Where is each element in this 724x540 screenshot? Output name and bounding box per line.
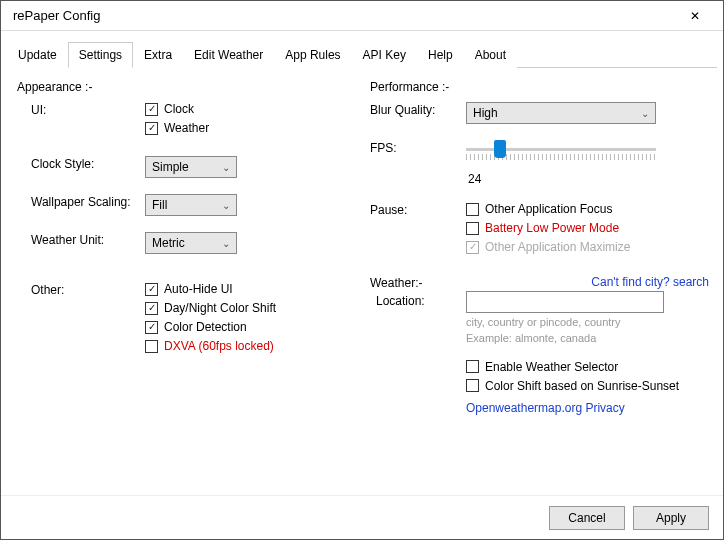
color-detection-checkbox[interactable]: Color Detection [145, 320, 360, 334]
weather-unit-value: Metric [152, 236, 185, 250]
tab-settings[interactable]: Settings [68, 42, 133, 68]
pause-battery-checkbox[interactable]: Battery Low Power Mode [466, 221, 713, 235]
performance-column: Performance :- Blur Quality: High ⌄ FPS: [370, 80, 713, 485]
pause-maximize-label: Other Application Maximize [485, 240, 630, 254]
checkbox-icon [145, 340, 158, 353]
wallpaper-scaling-value: Fill [152, 198, 167, 212]
dxva-checkbox[interactable]: DXVA (60fps locked) [145, 339, 360, 353]
checkbox-icon [466, 203, 479, 216]
pause-maximize-checkbox: Other Application Maximize [466, 240, 713, 254]
tab-extra[interactable]: Extra [133, 42, 183, 68]
day-night-checkbox[interactable]: Day/Night Color Shift [145, 301, 360, 315]
location-hint-1: city, country or pincode, country [466, 315, 713, 329]
fps-label: FPS: [370, 140, 466, 155]
tab-help[interactable]: Help [417, 42, 464, 68]
checkbox-icon [466, 360, 479, 373]
close-button[interactable]: ✕ [675, 2, 715, 30]
blur-quality-label: Blur Quality: [370, 102, 466, 117]
checkbox-icon [145, 302, 158, 315]
titlebar: rePaper Config ✕ [1, 1, 723, 31]
appearance-heading: Appearance :- [17, 80, 360, 94]
chevron-down-icon: ⌄ [222, 162, 230, 173]
tab-strip: UpdateSettingsExtraEdit WeatherApp Rules… [7, 41, 717, 68]
tab-edit-weather[interactable]: Edit Weather [183, 42, 274, 68]
settings-panel: Appearance :- UI: Clock Weather Clock St… [1, 68, 723, 495]
weather-checkbox[interactable]: Weather [145, 121, 360, 135]
tab-app-rules[interactable]: App Rules [274, 42, 351, 68]
fps-value: 24 [468, 172, 713, 186]
clock-checkbox[interactable]: Clock [145, 102, 360, 116]
checkbox-icon [145, 283, 158, 296]
fps-slider[interactable] [466, 140, 656, 170]
location-input[interactable] [466, 291, 664, 313]
window-title: rePaper Config [13, 8, 675, 23]
appearance-column: Appearance :- UI: Clock Weather Clock St… [17, 80, 360, 485]
openweathermap-link[interactable]: Openweathermap.org Privacy [466, 401, 625, 415]
clock-style-select[interactable]: Simple ⌄ [145, 156, 237, 178]
location-hint-2: Example: almonte, canada [466, 331, 713, 345]
checkbox-icon [466, 379, 479, 392]
color-shift-sun-label: Color Shift based on Sunrise-Sunset [485, 379, 679, 393]
other-label: Other: [17, 282, 145, 297]
close-icon: ✕ [690, 9, 700, 23]
blur-quality-value: High [473, 106, 498, 120]
weather-unit-label: Weather Unit: [17, 232, 145, 247]
auto-hide-checkbox[interactable]: Auto-Hide UI [145, 282, 360, 296]
wallpaper-scaling-label: Wallpaper Scaling: [17, 194, 145, 209]
ui-label: UI: [17, 102, 145, 117]
cancel-button[interactable]: Cancel [549, 506, 625, 530]
pause-battery-label: Battery Low Power Mode [485, 221, 619, 235]
enable-weather-selector-label: Enable Weather Selector [485, 360, 618, 374]
color-detection-label: Color Detection [164, 320, 247, 334]
enable-weather-selector-checkbox[interactable]: Enable Weather Selector [466, 360, 713, 374]
checkbox-icon [145, 321, 158, 334]
tab-update[interactable]: Update [7, 42, 68, 68]
weather-checkbox-label: Weather [164, 121, 209, 135]
clock-style-value: Simple [152, 160, 189, 174]
checkbox-icon [145, 103, 158, 116]
weather-section-label: Weather:- Location: [370, 275, 466, 308]
find-city-link[interactable]: Can't find city? search [466, 275, 713, 289]
tab-api-key[interactable]: API Key [352, 42, 417, 68]
blur-quality-select[interactable]: High ⌄ [466, 102, 656, 124]
auto-hide-label: Auto-Hide UI [164, 282, 233, 296]
apply-button[interactable]: Apply [633, 506, 709, 530]
tab-about[interactable]: About [464, 42, 517, 68]
dxva-label: DXVA (60fps locked) [164, 339, 274, 353]
performance-heading: Performance :- [370, 80, 713, 94]
chevron-down-icon: ⌄ [641, 108, 649, 119]
chevron-down-icon: ⌄ [222, 238, 230, 249]
day-night-label: Day/Night Color Shift [164, 301, 276, 315]
color-shift-sun-checkbox[interactable]: Color Shift based on Sunrise-Sunset [466, 379, 713, 393]
clock-checkbox-label: Clock [164, 102, 194, 116]
chevron-down-icon: ⌄ [222, 200, 230, 211]
pause-focus-checkbox[interactable]: Other Application Focus [466, 202, 713, 216]
dialog-footer: Cancel Apply [1, 495, 723, 539]
slider-thumb[interactable] [494, 140, 506, 158]
wallpaper-scaling-select[interactable]: Fill ⌄ [145, 194, 237, 216]
checkbox-icon [466, 241, 479, 254]
pause-label: Pause: [370, 202, 466, 217]
location-label: Location: [370, 294, 466, 308]
config-window: rePaper Config ✕ UpdateSettingsExtraEdit… [0, 0, 724, 540]
checkbox-icon [466, 222, 479, 235]
weather-unit-select[interactable]: Metric ⌄ [145, 232, 237, 254]
clock-style-label: Clock Style: [17, 156, 145, 171]
checkbox-icon [145, 122, 158, 135]
pause-focus-label: Other Application Focus [485, 202, 612, 216]
